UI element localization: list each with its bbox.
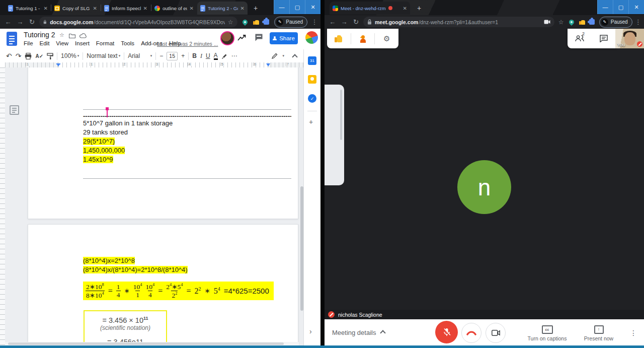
equation-line[interactable]: 2∗1088∗104 = 14 ∗ 1041 1044 = 24∗5422 = … (83, 282, 274, 300)
tab-close-icon[interactable]: ✕ (403, 6, 407, 11)
new-tab-button[interactable]: + (414, 3, 424, 13)
doc-text-line-highlighted[interactable]: (8*10^4)x/(8*10^4)=2*10^8/(8*10^4) (83, 266, 188, 273)
address-bar[interactable]: meet.google.com/dnz-wehd-rzm?pli=1&authu… (363, 17, 554, 27)
leave-call-button[interactable] (461, 323, 481, 343)
last-edit-link[interactable]: Last edit was 2 minutes ... (157, 41, 218, 47)
get-addons-icon[interactable]: + (309, 118, 313, 126)
thumbs-extension-icon[interactable] (579, 19, 585, 25)
document-page-2[interactable]: (8*10^4)x=2*10^8 (8*10^4)x/(8*10^4)=2*10… (28, 224, 298, 345)
increase-font-icon[interactable]: + (181, 52, 185, 59)
cloud-status-icon[interactable] (79, 33, 87, 38)
self-view-tile[interactable]: You (615, 29, 644, 48)
calendar-icon[interactable]: 31 (308, 56, 316, 65)
font-size-field[interactable]: 15 (167, 52, 178, 60)
menu-insert[interactable]: Insert (75, 40, 90, 46)
meeting-details-button[interactable]: Meeting details (332, 329, 385, 336)
horizontal-scrollbar-track[interactable] (5, 342, 299, 345)
people-button[interactable]: 2 (568, 29, 592, 48)
doc-text-line-highlighted[interactable]: 1,450,000,000 (83, 147, 125, 154)
menu-tools[interactable]: Tools (121, 40, 134, 46)
present-button[interactable]: ↑ Present now (579, 324, 619, 341)
document-outline-icon[interactable] (10, 105, 19, 115)
doc-text-line[interactable]: 29 tanks stored (83, 128, 128, 136)
camera-in-use-icon[interactable] (544, 20, 550, 24)
bold-icon[interactable]: B (192, 52, 197, 59)
star-document-icon[interactable]: ☆ (59, 32, 64, 38)
back-button[interactable]: ← (327, 18, 338, 26)
minimize-button[interactable]: — (597, 0, 613, 14)
tasks-icon[interactable]: ✓ (308, 94, 316, 103)
reload-button[interactable]: ↻ (350, 18, 362, 26)
thumbs-extension-icon[interactable] (253, 19, 259, 25)
underline-icon[interactable]: U (206, 52, 210, 59)
comment-icon[interactable] (255, 33, 263, 42)
doc-text-line[interactable]: 5*10^7 gallon in 1 tank storage (83, 119, 173, 127)
menu-view[interactable]: View (56, 40, 68, 46)
browser-menu-icon[interactable]: ⋮ (632, 18, 644, 26)
thumbs-up-reaction-button[interactable] (327, 29, 351, 48)
doc-text-line-highlighted[interactable]: 1.45x10^9 (83, 156, 113, 163)
redo-icon[interactable]: ↷ (16, 52, 22, 60)
tab-close-icon[interactable]: ✕ (93, 6, 97, 11)
left-indent-marker[interactable] (56, 63, 60, 66)
tab-tutoring-2-active[interactable]: Tutoring 2 - Go ✕ (197, 2, 248, 15)
tab-meet[interactable]: Meet - dnz-wehd-rzm ✕ (330, 2, 410, 15)
editing-mode-dropdown-icon[interactable]: ▾ (282, 54, 284, 58)
doc-text-line-highlighted[interactable]: (8*10^4)x=2*10^8 (83, 257, 135, 264)
chat-button[interactable] (592, 29, 616, 48)
tab-inform-speech[interactable]: Inform Speech ✕ (101, 2, 150, 15)
doc-text-line-highlighted[interactable]: 29(5*10^7) (83, 137, 115, 145)
paused-extension-pill[interactable]: ✎ Paused (274, 17, 307, 28)
captions-button[interactable]: cc Turn on captions (523, 324, 571, 341)
pin-extension-icon[interactable] (241, 18, 248, 25)
paint-format-icon[interactable] (47, 53, 53, 59)
settings-button[interactable]: ⚙ (375, 29, 398, 48)
account-avatar[interactable] (305, 31, 318, 44)
menu-edit[interactable]: Edit (40, 40, 50, 46)
print-icon[interactable] (25, 53, 32, 59)
maximize-button[interactable]: ▢ (613, 0, 628, 14)
tab-close-icon[interactable]: ✕ (240, 6, 245, 11)
docs-logo-icon[interactable] (7, 32, 17, 46)
shared-tile-panel[interactable] (325, 85, 344, 185)
hide-side-panel-icon[interactable]: › (309, 327, 312, 335)
bookmark-star-icon[interactable]: ☆ (228, 19, 233, 26)
extensions-puzzle-icon[interactable] (589, 19, 595, 25)
highlight-color-icon[interactable] (221, 53, 228, 59)
collaborator-avatar[interactable] (220, 31, 234, 45)
close-button[interactable]: ✕ (305, 0, 320, 14)
more-toolbar-icon[interactable]: ⋯ (231, 52, 237, 59)
tab-outline-of-europe[interactable]: outline of euro ✕ (151, 2, 197, 15)
dashed-divider-line[interactable]: ----------------------------------------… (83, 112, 291, 120)
undo-icon[interactable]: ↶ (6, 52, 12, 60)
mic-mute-button[interactable] (435, 321, 458, 343)
editing-mode-pencil-icon[interactable] (271, 53, 278, 59)
minimize-button[interactable]: — (274, 0, 289, 14)
tab-tutoring-1[interactable]: Tutoring 1 - Go ✕ (5, 2, 51, 15)
forward-button[interactable]: → (14, 18, 26, 26)
font-select[interactable]: Arial ▾ (128, 52, 152, 59)
horizontal-scrollbar-thumb[interactable] (8, 342, 284, 345)
italic-icon[interactable]: I (200, 52, 202, 60)
reload-button[interactable]: ↻ (26, 18, 38, 26)
raise-hand-button[interactable] (351, 29, 375, 48)
text-color-icon[interactable]: A (214, 52, 218, 60)
back-button[interactable]: ← (2, 18, 14, 26)
zoom-select[interactable]: 100% ▾ (61, 52, 79, 59)
share-button[interactable]: Share (270, 32, 298, 44)
bookmark-star-icon[interactable]: ☆ (558, 19, 564, 26)
pin-extension-icon[interactable] (568, 19, 575, 26)
address-bar[interactable]: docs.google.com/document/d/1Q-rVpebA4vOI… (39, 17, 237, 27)
tab-close-icon[interactable]: ✕ (190, 6, 194, 11)
document-page-1[interactable]: ----------------------------------------… (28, 67, 298, 219)
right-indent-marker[interactable] (266, 63, 270, 66)
close-button[interactable]: ✕ (628, 0, 644, 14)
menu-format[interactable]: Format (96, 40, 114, 46)
paragraph-style-select[interactable]: Normal text ▾ (87, 52, 120, 59)
collapse-toolbar-icon[interactable] (292, 54, 297, 59)
extensions-puzzle-icon[interactable] (264, 19, 269, 25)
tab-copy-of-slg[interactable]: Copy of SLG Pr ✕ (51, 2, 100, 15)
move-folder-icon[interactable] (69, 33, 75, 38)
forward-button[interactable]: → (338, 18, 350, 26)
decrease-font-icon[interactable]: − (159, 52, 163, 59)
